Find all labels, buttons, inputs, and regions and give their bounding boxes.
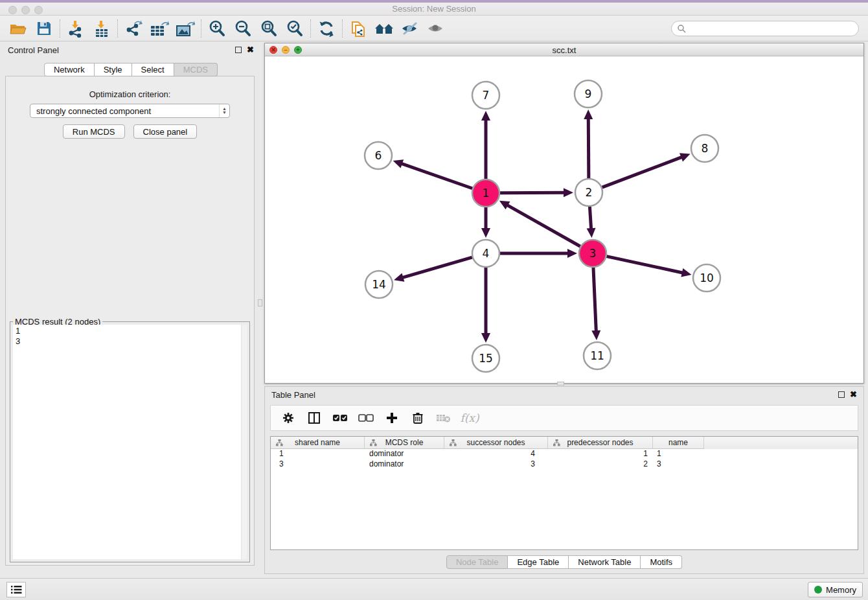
toolbar-separator (201, 19, 201, 38)
deselect-all-button[interactable] (355, 408, 377, 428)
toolbar-separator (310, 19, 311, 38)
column-header-successor-nodes[interactable]: successor nodes (444, 437, 548, 449)
table-settings-button[interactable] (277, 408, 299, 428)
import-table-button[interactable] (89, 17, 115, 40)
table-cell[interactable]: 4 (444, 449, 548, 459)
tab-style[interactable]: Style (95, 63, 132, 76)
export-table-button[interactable] (146, 17, 172, 40)
table-cell[interactable]: dominator (365, 459, 444, 470)
close-panel-icon[interactable]: ✖ (247, 47, 254, 53)
edge-2-8[interactable] (602, 157, 683, 187)
delete-table-button[interactable] (433, 408, 455, 428)
graph-node-label: 15 (479, 352, 493, 365)
search-input[interactable] (689, 24, 853, 33)
application-window: Session: New Session (0, 0, 868, 600)
tab-motifs[interactable]: Motifs (641, 555, 682, 569)
tab-node-table[interactable]: Node Table (446, 555, 508, 569)
table-panel: Table Panel ✖ (264, 386, 864, 574)
column-header-MCDS-role[interactable]: MCDS role (365, 437, 444, 449)
edge-3-10[interactable] (607, 257, 683, 273)
column-header-predecessor-nodes[interactable]: predecessor nodes (548, 437, 653, 449)
table-cell[interactable]: 3 (653, 459, 704, 470)
float-panel-icon[interactable] (235, 47, 242, 53)
function-builder-button[interactable]: f(x) (459, 408, 481, 428)
table-row[interactable]: 3dominator323 (271, 459, 858, 470)
export-network-button[interactable] (120, 17, 146, 40)
network-window-title: scc.txt (265, 45, 863, 55)
control-panel-tabs: NetworkStyleSelectMCDS (0, 63, 262, 76)
select-all-button[interactable] (329, 408, 351, 428)
open-session-button[interactable] (5, 17, 31, 40)
add-column-button[interactable] (381, 408, 403, 428)
first-neighbors-button[interactable] (345, 17, 371, 40)
hide-button[interactable] (397, 17, 423, 40)
import-network-button[interactable] (63, 17, 89, 40)
titlebar-accent (0, 0, 868, 3)
close-panel-button[interactable]: Close panel (133, 124, 198, 139)
edge-4-14[interactable] (402, 257, 472, 278)
graph-node-label: 1 (483, 187, 490, 200)
table-cell[interactable]: 3 (271, 459, 365, 470)
home-button[interactable] (371, 17, 397, 40)
edge-2-9[interactable] (588, 118, 589, 178)
vertical-splitter-handle[interactable] (258, 299, 262, 306)
tab-select[interactable]: Select (132, 63, 174, 76)
eye-slash-icon (400, 21, 420, 36)
edge-arrowhead (481, 333, 490, 343)
import-table-icon (93, 19, 110, 38)
mcds-result-text[interactable]: 1 3 (13, 325, 247, 559)
graph-node-label: 14 (372, 278, 386, 291)
edge-3-1[interactable] (507, 205, 580, 246)
table-row[interactable]: 1dominator411 (271, 449, 858, 459)
network-window-titlebar[interactable]: ✕ – + scc.txt (265, 43, 863, 56)
save-session-button[interactable] (31, 17, 57, 40)
import-network-icon (67, 19, 84, 38)
table-cell[interactable]: 1 (548, 449, 653, 459)
task-history-button[interactable] (6, 582, 26, 597)
node-table[interactable]: shared nameMCDS rolesuccessor nodesprede… (270, 436, 858, 550)
table-cell[interactable]: 1 (271, 449, 365, 459)
delete-column-button[interactable] (407, 408, 429, 428)
float-table-panel-icon[interactable] (838, 391, 845, 398)
graph-node-label: 9 (585, 87, 592, 100)
zoom-in-button[interactable] (204, 17, 230, 40)
show-button[interactable] (423, 17, 449, 40)
criterion-select[interactable]: strongly connected component ▲▼ (30, 104, 230, 118)
edge-1-2[interactable] (500, 192, 565, 193)
edge-2-3[interactable] (589, 207, 591, 229)
tab-edge-table[interactable]: Edge Table (508, 555, 569, 569)
column-header-name[interactable]: name (653, 437, 704, 449)
edge-3-11[interactable] (593, 268, 596, 332)
table-cell[interactable]: dominator (365, 449, 444, 459)
column-header-label: shared name (295, 438, 340, 447)
export-image-button[interactable] (172, 17, 198, 40)
memory-button[interactable]: Memory (808, 582, 863, 597)
edge-arrowhead (394, 273, 404, 281)
tab-network-table[interactable]: Network Table (569, 555, 641, 569)
table-cell[interactable]: 3 (444, 459, 548, 470)
hierarchy-icon (450, 439, 457, 446)
search-box[interactable] (671, 21, 859, 36)
tab-network[interactable]: Network (44, 63, 95, 76)
zoom-selected-button[interactable] (282, 17, 308, 40)
apply-layout-button[interactable] (314, 17, 339, 40)
table-cell[interactable]: 2 (548, 459, 653, 470)
edge-arrowhead (591, 330, 600, 340)
horizontal-splitter-handle[interactable] (557, 382, 564, 386)
run-mcds-button[interactable]: Run MCDS (63, 124, 125, 139)
table-cell[interactable]: 1 (653, 449, 704, 459)
network-graph[interactable]: 7968124314101511 (265, 56, 863, 383)
network-canvas[interactable]: 7968124314101511 (265, 56, 863, 383)
hierarchy-icon (276, 439, 283, 446)
column-header-shared-name[interactable]: shared name (271, 437, 365, 449)
unchecked-boxes-icon (358, 413, 374, 422)
show-columns-button[interactable] (303, 408, 325, 428)
zoom-fit-button[interactable] (256, 17, 282, 40)
edge-1-6[interactable] (401, 163, 472, 189)
tab-mcds[interactable]: MCDS (174, 63, 218, 76)
hierarchy-icon (370, 439, 377, 446)
result-scrollbar[interactable] (241, 325, 247, 559)
close-table-panel-icon[interactable]: ✖ (850, 391, 857, 398)
zoom-out-button[interactable] (230, 17, 256, 40)
table-toolbar: f(x) (270, 405, 858, 431)
